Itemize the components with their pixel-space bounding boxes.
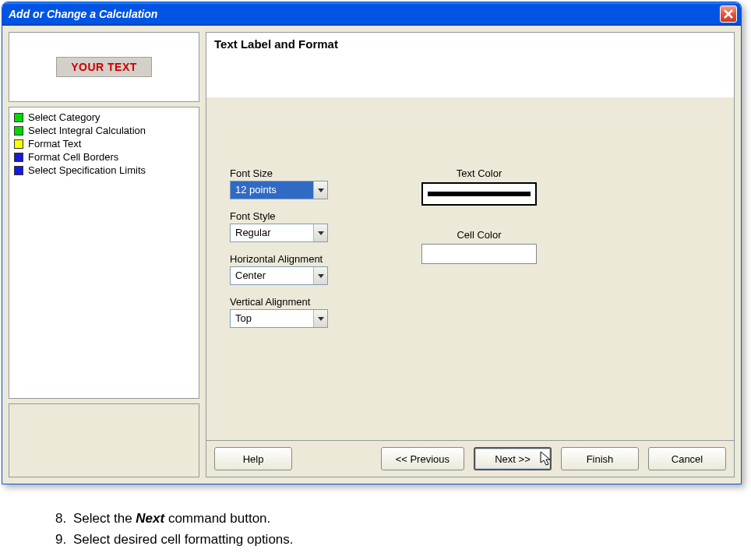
chevron-down-icon xyxy=(313,181,327,199)
text-color-swatch xyxy=(428,192,531,196)
instruction-text: Select the xyxy=(73,511,136,526)
font-style-label: Font Style xyxy=(230,210,328,222)
section-title: Text Label and Format xyxy=(206,32,735,97)
title-bar: Add or Change a Calculation xyxy=(2,2,741,26)
cell-color-picker[interactable] xyxy=(421,244,537,264)
h-align-combo[interactable]: Center xyxy=(230,266,328,285)
chevron-down-icon xyxy=(313,267,327,284)
wizard-steps-panel: Select CategorySelect Integral Calculati… xyxy=(9,107,199,399)
chevron-down-icon xyxy=(313,310,327,327)
previous-button[interactable]: << Previous xyxy=(381,447,464,470)
instruction-text: command button. xyxy=(164,511,270,526)
font-size-combo[interactable]: 12 points xyxy=(230,181,328,199)
wizard-step[interactable]: Format Cell Borders xyxy=(14,150,194,164)
step-label: Select Category xyxy=(28,111,100,123)
preview-panel: YOUR TEXT xyxy=(9,32,199,102)
button-row: Help << Previous Next >> Finish Cancel xyxy=(206,440,735,477)
instruction-item: Select the Next command button. xyxy=(70,508,751,529)
wizard-step[interactable]: Format Text xyxy=(14,137,194,150)
font-style-value: Regular xyxy=(231,224,313,241)
wizard-step[interactable]: Select Specification Limits xyxy=(14,164,194,177)
chevron-down-icon xyxy=(313,224,327,241)
step-marker-icon xyxy=(14,139,23,149)
font-size-label: Font Size xyxy=(230,167,328,179)
v-align-label: Vertical Alignment xyxy=(230,296,328,308)
wizard-step[interactable]: Select Category xyxy=(14,111,194,124)
dialog-window: Add or Change a Calculation YOUR TEXT Se… xyxy=(2,2,742,484)
window-title: Add or Change a Calculation xyxy=(9,8,157,20)
help-button[interactable]: Help xyxy=(214,447,292,470)
close-button[interactable] xyxy=(720,5,737,23)
preview-text-badge: YOUR TEXT xyxy=(56,57,152,77)
font-size-value: 12 points xyxy=(231,181,313,199)
text-color-label: Text Color xyxy=(457,167,502,179)
font-style-combo[interactable]: Regular xyxy=(230,224,328,242)
instruction-item: Select desired cell formatting options. xyxy=(70,529,751,550)
step-marker-icon xyxy=(14,166,23,175)
instruction-text: Select desired cell formatting options. xyxy=(73,532,294,547)
instructions-list: Select the Next command button.Select de… xyxy=(39,508,751,550)
wizard-step[interactable]: Select Integral Calculation xyxy=(14,124,194,137)
cell-color-label: Cell Color xyxy=(457,229,501,241)
step-marker-icon xyxy=(14,113,23,122)
finish-button[interactable]: Finish xyxy=(561,447,639,470)
h-align-value: Center xyxy=(231,267,313,284)
text-color-picker[interactable] xyxy=(421,182,537,206)
cancel-button[interactable]: Cancel xyxy=(648,447,726,470)
step-marker-icon xyxy=(14,153,23,162)
v-align-value: Top xyxy=(231,310,313,327)
step-label: Format Cell Borders xyxy=(28,151,118,163)
form-area: Font Size 12 points Font Style Regular xyxy=(206,97,735,440)
step-label: Select Integral Calculation xyxy=(28,125,146,136)
h-align-label: Horizontal Alignment xyxy=(230,253,328,265)
step-label: Select Specification Limits xyxy=(28,164,146,176)
info-panel xyxy=(9,403,199,477)
close-icon xyxy=(723,9,734,19)
next-button[interactable]: Next >> xyxy=(474,447,552,470)
step-label: Format Text xyxy=(28,138,81,150)
v-align-combo[interactable]: Top xyxy=(230,309,328,328)
step-marker-icon xyxy=(14,126,23,136)
instruction-bold: Next xyxy=(136,511,164,526)
